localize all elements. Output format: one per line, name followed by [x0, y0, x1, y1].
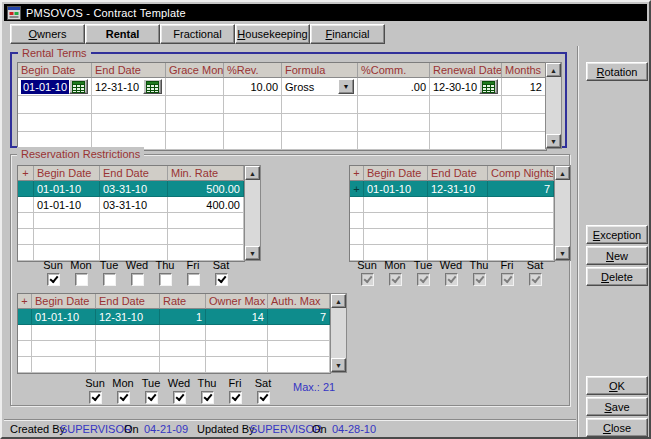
day-fri: Fri: [179, 259, 207, 286]
empty-cell: [350, 197, 364, 213]
end-date-cell[interactable]: 12-31-10: [428, 181, 488, 197]
empty-cell: [282, 132, 358, 150]
tab-housekeeping[interactable]: Housekeeping: [235, 24, 310, 44]
end-date-cell[interactable]: 03-31-10: [100, 197, 168, 213]
created-by-value: SUPERVISOR: [60, 423, 132, 435]
end-date-cell[interactable]: 03-31-10: [100, 181, 168, 197]
table-row[interactable]: 01-01-10 12-31-10 1 14 7: [18, 309, 330, 325]
comp-nights-header-row: + Begin Date End Date Comp Nights: [350, 166, 554, 181]
day-checkbox-thu[interactable]: [159, 273, 172, 286]
rate-cell[interactable]: 1: [160, 309, 206, 325]
day-checkbox-wed[interactable]: [173, 391, 186, 404]
day-checkbox-tue[interactable]: [103, 273, 116, 286]
owner-max-cell[interactable]: 14: [206, 309, 268, 325]
day-checkbox-tue[interactable]: [145, 391, 158, 404]
delete-button[interactable]: Delete: [586, 267, 648, 286]
column-header-grace-months: Grace Months: [166, 63, 224, 78]
table-row[interactable]: 01-01-10 03-31-10 400.00: [18, 197, 244, 213]
owner-auth-scrollbar[interactable]: ▲ ▼: [330, 293, 347, 373]
created-on-value: 04-21-09: [144, 423, 188, 435]
rental-terms-header-row: Begin Date End Date Grace Months %Rev. F…: [18, 63, 546, 78]
rotation-button[interactable]: Rotation: [586, 62, 648, 81]
end-date-cell[interactable]: 12-31-10: [96, 309, 160, 325]
rental-terms-scrollbar[interactable]: ▲ ▼: [545, 62, 562, 149]
renewal-date-calendar-button[interactable]: [479, 79, 498, 94]
exception-button[interactable]: Exception: [586, 225, 648, 244]
end-date-cell[interactable]: 12-31-10: [92, 78, 166, 96]
scroll-up-button[interactable]: ▲: [555, 166, 570, 180]
begin-date-cell[interactable]: 01-01-10: [32, 309, 96, 325]
triangle-up-icon: ▲: [335, 298, 342, 305]
formula-dropdown-button[interactable]: ▼: [338, 79, 354, 94]
comp-nights-cell[interactable]: 7: [488, 181, 554, 197]
day-checkbox-mon[interactable]: [75, 273, 88, 286]
begin-date-cell[interactable]: 01-01-10: [364, 181, 428, 197]
day-label: Fri: [229, 377, 242, 390]
begin-date-cell[interactable]: 01-01-10: [34, 197, 100, 213]
column-header-auth-max: Auth. Max: [268, 294, 330, 309]
day-checkbox-thu[interactable]: [201, 391, 214, 404]
day-sat: Sat: [207, 259, 235, 286]
day-checkbox-sun[interactable]: [47, 273, 60, 286]
tab-rental[interactable]: Rental: [85, 24, 160, 44]
day-label: Wed: [440, 259, 462, 272]
save-button[interactable]: Save: [586, 397, 648, 416]
scroll-up-button[interactable]: ▲: [245, 166, 260, 180]
day-checkbox-mon: [389, 273, 402, 286]
day-checkbox-tue: [417, 273, 430, 286]
grace-months-cell[interactable]: [166, 78, 224, 96]
day-checkbox-wed[interactable]: [131, 273, 144, 286]
vertical-divider: [577, 46, 579, 438]
column-header-begin-date: Begin Date: [34, 166, 100, 181]
min-rate-cell[interactable]: 400.00: [168, 197, 244, 213]
day-checkbox-mon[interactable]: [117, 391, 130, 404]
column-header-rate: Rate: [160, 294, 206, 309]
tab-fractional[interactable]: Fractional: [160, 24, 235, 44]
ok-button[interactable]: OK: [586, 376, 648, 395]
day-thu: Thu: [193, 377, 221, 404]
triangle-down-icon: ▼: [559, 250, 566, 257]
auth-max-cell[interactable]: 7: [268, 309, 330, 325]
day-checkbox-fri[interactable]: [187, 273, 200, 286]
end-date-calendar-button[interactable]: [143, 79, 162, 94]
begin-date-cell[interactable]: 01-01-10: [18, 78, 92, 96]
scroll-up-button[interactable]: ▲: [331, 294, 346, 308]
min-rate-cell[interactable]: 500.00: [168, 181, 244, 197]
begin-date-cell[interactable]: 01-01-10: [34, 181, 100, 197]
rev-pct-cell[interactable]: 10.00: [224, 78, 282, 96]
day-checkbox-sun[interactable]: [89, 391, 102, 404]
begin-date-calendar-button[interactable]: [69, 79, 88, 94]
column-header-end-date: End Date: [96, 294, 160, 309]
day-checkbox-sat[interactable]: [257, 391, 270, 404]
rental-terms-row: 01-01-10 12-31-10: [18, 78, 546, 96]
close-button[interactable]: Close: [586, 418, 648, 437]
empty-cell: [100, 229, 168, 245]
empty-cell: [160, 341, 206, 357]
begin-date-value[interactable]: 01-01-10: [21, 80, 69, 94]
scroll-up-button[interactable]: ▲: [546, 63, 561, 77]
table-row[interactable]: 01-01-10 03-31-10 500.00: [18, 181, 244, 197]
min-rate-scrollbar[interactable]: ▲ ▼: [244, 165, 261, 261]
empty-cell: [96, 341, 160, 357]
renewal-date-cell[interactable]: 12-30-10: [430, 78, 502, 96]
tab-owners[interactable]: Owners: [10, 24, 85, 44]
tab-financial[interactable]: Financial: [310, 24, 385, 44]
scroll-down-button[interactable]: ▼: [555, 246, 570, 260]
day-checkbox-thu: [473, 273, 486, 286]
day-checkbox-sat[interactable]: [215, 273, 228, 286]
months-cell[interactable]: 12: [502, 78, 546, 96]
formula-cell[interactable]: Gross ▼: [282, 78, 358, 96]
day-checkbox-fri[interactable]: [229, 391, 242, 404]
comp-nights-scrollbar[interactable]: ▲ ▼: [554, 165, 571, 261]
comm-pct-cell[interactable]: .00: [358, 78, 430, 96]
scroll-down-button[interactable]: ▼: [331, 358, 346, 372]
day-label: Mon: [70, 259, 91, 272]
day-label: Mon: [112, 377, 133, 390]
new-button[interactable]: New: [586, 246, 648, 265]
empty-cell: [206, 341, 268, 357]
scroll-down-button[interactable]: ▼: [245, 246, 260, 260]
max-nights-label: Max.: 21: [293, 381, 335, 393]
table-row[interactable]: + 01-01-10 12-31-10 7: [350, 181, 554, 197]
scroll-down-button[interactable]: ▼: [546, 134, 561, 148]
day-tue: Tue: [409, 259, 437, 286]
